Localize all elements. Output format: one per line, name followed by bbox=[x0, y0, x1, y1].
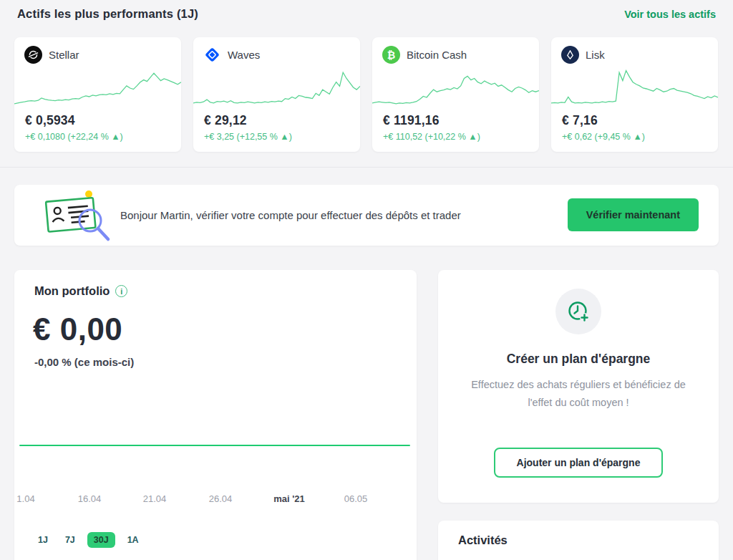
verification-banner: Bonjour Martin, vérifier votre compte po… bbox=[14, 185, 719, 246]
x-axis-label: 16.04 bbox=[78, 493, 102, 504]
view-all-assets-link[interactable]: Voir tous les actifs bbox=[624, 9, 716, 20]
asset-card-header: Stellar bbox=[24, 46, 79, 64]
asset-card-header: ₿ Bitcoin Cash bbox=[382, 46, 467, 64]
savings-plan-description: Effectuez des achats réguliers et bénéfi… bbox=[471, 376, 686, 411]
stellar-icon bbox=[24, 46, 42, 64]
asset-change: +€ 3,25 (+12,55 % ▲) bbox=[204, 132, 292, 142]
clock-plus-icon bbox=[566, 299, 591, 324]
portfolio-chart-x-axis: 1.04 16.04 21.04 26.04 mai '21 06.05 bbox=[14, 493, 417, 505]
asset-name: Stellar bbox=[49, 49, 79, 61]
savings-plan-card: Créer un plan d'épargne Effectuez des ac… bbox=[438, 270, 719, 503]
portfolio-title-row: Mon portfolio i bbox=[34, 284, 127, 298]
asset-cards-row: Stellar € 0,5934 +€ 0,1080 (+22,24 % ▲) … bbox=[14, 37, 719, 152]
asset-name: Bitcoin Cash bbox=[407, 49, 467, 61]
asset-card-stellar[interactable]: Stellar € 0,5934 +€ 0,1080 (+22,24 % ▲) bbox=[14, 37, 181, 152]
asset-price: € 0,5934 bbox=[25, 113, 75, 128]
page-title: Actifs les plus performants (1J) bbox=[17, 7, 198, 21]
activities-card: Activités bbox=[438, 521, 719, 560]
section-divider bbox=[0, 167, 733, 168]
portfolio-card: Mon portfolio i € 0,00 -0,00 % (ce mois-… bbox=[14, 270, 417, 560]
asset-change: +€ 0,1080 (+22,24 % ▲) bbox=[25, 132, 123, 142]
bitcoin-cash-icon: ₿ bbox=[382, 46, 400, 64]
range-button-30j[interactable]: 30J bbox=[87, 532, 115, 548]
asset-card-header: Waves bbox=[203, 46, 260, 64]
x-axis-label-current-month: mai '21 bbox=[273, 493, 305, 504]
verification-message: Bonjour Martin, vérifier votre compte po… bbox=[120, 185, 461, 246]
asset-change: +€ 110,52 (+10,22 % ▲) bbox=[383, 132, 480, 142]
range-button-7j[interactable]: 7J bbox=[60, 532, 80, 548]
asset-card-lisk[interactable]: Lisk € 7,16 +€ 0,62 (+9,45 % ▲) bbox=[551, 37, 718, 152]
x-axis-label: 1.04 bbox=[16, 493, 34, 504]
dashboard-page: Actifs les plus performants (1J) Voir to… bbox=[0, 0, 733, 560]
asset-change: +€ 0,62 (+9,45 % ▲) bbox=[562, 132, 645, 142]
savings-plan-title: Créer un plan d'épargne bbox=[438, 352, 719, 367]
waves-sparkline-chart bbox=[193, 66, 360, 110]
range-button-1j[interactable]: 1J bbox=[33, 532, 53, 548]
range-button-1a[interactable]: 1A bbox=[122, 532, 144, 548]
asset-price: € 7,16 bbox=[562, 113, 598, 128]
id-verification-illustration bbox=[37, 188, 122, 244]
x-axis-label: 21.04 bbox=[143, 493, 167, 504]
portfolio-change: -0,00 % (ce mois-ci) bbox=[34, 356, 134, 368]
portfolio-value: € 0,00 bbox=[33, 312, 122, 347]
bitcoin-cash-sparkline-chart bbox=[372, 66, 539, 110]
time-range-selector: 1J 7J 30J 1A bbox=[33, 532, 144, 548]
lisk-icon bbox=[561, 46, 579, 64]
asset-card-waves[interactable]: Waves € 29,12 +€ 3,25 (+12,55 % ▲) bbox=[193, 37, 360, 152]
asset-name: Lisk bbox=[586, 49, 605, 61]
waves-icon bbox=[203, 46, 221, 64]
add-savings-plan-button[interactable]: Ajouter un plan d'épargne bbox=[494, 448, 663, 478]
lisk-sparkline-chart bbox=[551, 66, 718, 110]
info-icon[interactable]: i bbox=[115, 285, 127, 297]
savings-plan-badge bbox=[555, 289, 601, 334]
asset-price: € 1191,16 bbox=[383, 113, 440, 128]
asset-name: Waves bbox=[228, 49, 260, 61]
x-axis-label: 26.04 bbox=[209, 493, 233, 504]
top-performers-header: Actifs les plus performants (1J) Voir to… bbox=[17, 7, 716, 21]
activities-title: Activités bbox=[458, 534, 508, 547]
verify-now-button[interactable]: Vérifier maintenant bbox=[568, 198, 699, 231]
portfolio-title: Mon portfolio bbox=[34, 284, 110, 298]
asset-price: € 29,12 bbox=[204, 113, 247, 128]
stellar-sparkline-chart bbox=[14, 66, 181, 110]
asset-card-bitcoin-cash[interactable]: ₿ Bitcoin Cash € 1191,16 +€ 110,52 (+10,… bbox=[372, 37, 539, 152]
portfolio-chart-line bbox=[19, 445, 410, 446]
x-axis-label: 06.05 bbox=[344, 493, 368, 504]
asset-card-header: Lisk bbox=[561, 46, 605, 64]
